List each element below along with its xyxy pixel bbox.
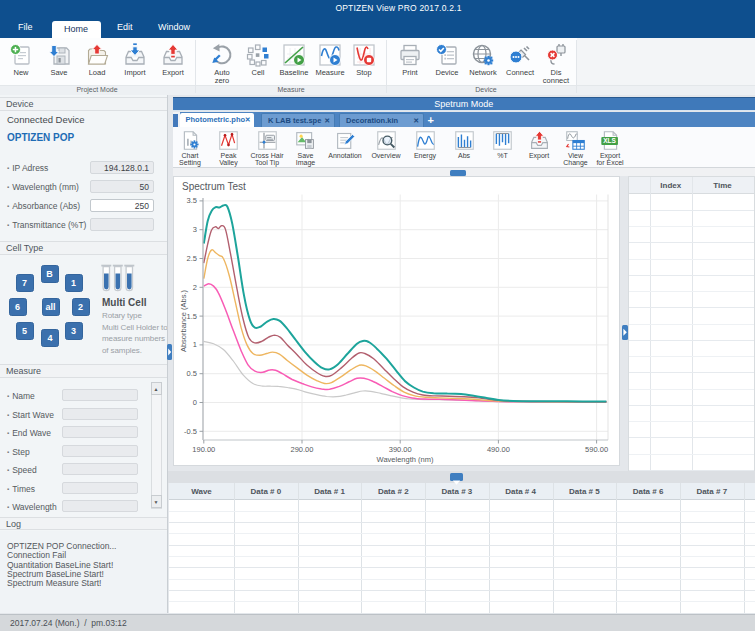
svg-text:2.5: 2.5 [187, 253, 197, 262]
svg-text:390.00: 390.00 [389, 444, 412, 453]
svg-text:590.00: 590.00 [585, 444, 608, 453]
svg-text:1.5: 1.5 [187, 311, 197, 320]
svg-text:3.5: 3.5 [187, 196, 197, 205]
svg-text:2: 2 [193, 282, 197, 291]
svg-text:290.00: 290.00 [291, 444, 314, 453]
svg-text:XLS: XLS [603, 137, 616, 144]
svg-text:1: 1 [193, 340, 197, 349]
svg-text:Absorbance (Abs.): Absorbance (Abs.) [179, 289, 188, 352]
svg-text:490.00: 490.00 [487, 444, 510, 453]
svg-text:3: 3 [193, 225, 197, 234]
svg-text:0: 0 [193, 397, 197, 406]
svg-text:190.00: 190.00 [192, 444, 215, 453]
svg-text:Wavelength (nm): Wavelength (nm) [377, 454, 434, 463]
svg-text:-0.5: -0.5 [184, 426, 197, 435]
svg-text:0.5: 0.5 [187, 369, 197, 378]
svg-text:Spectrum Test: Spectrum Test [182, 181, 246, 192]
